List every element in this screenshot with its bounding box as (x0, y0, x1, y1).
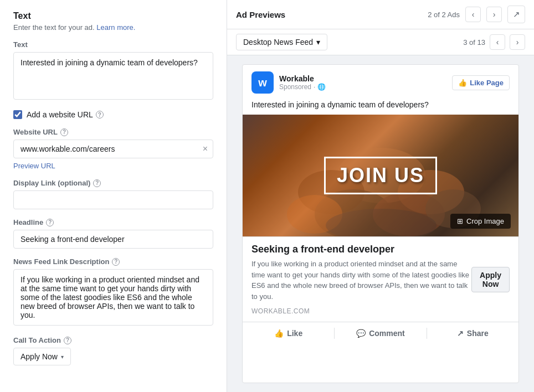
ad-headline: Seeking a front-end developer (251, 244, 471, 255)
ad-header: w Workable Sponsored · 🌐 👍 Like Page (243, 65, 518, 100)
crop-icon: ⊞ (457, 217, 463, 225)
section-title: Text (13, 11, 213, 21)
website-url-info-icon: ? (60, 128, 68, 136)
join-us-box: JOIN US (324, 157, 437, 194)
crop-image-button[interactable]: ⊞ Crop Image (450, 214, 511, 229)
ad-name-row: Workable Sponsored · 🌐 (279, 74, 326, 91)
cta-label: Call To Action ? (13, 336, 213, 344)
ad-image-wrap: JOIN US ⊞ Crop Image (243, 115, 518, 236)
website-url-label: Website URL ? (13, 128, 213, 136)
learn-more-link[interactable]: Learn more. (96, 23, 135, 32)
display-link-label: Display Link (optional) ? (13, 179, 213, 187)
placement-chevron-icon: ▾ (316, 38, 320, 47)
meta-dot: · (314, 83, 315, 91)
display-link-info-icon: ? (93, 179, 101, 187)
cta-value: Apply Now (20, 352, 58, 361)
headline-label: Headline ? (13, 218, 213, 226)
share-button[interactable]: ↗ Share (427, 324, 518, 342)
preview-url-link[interactable]: Preview URL (13, 162, 55, 170)
globe-icon: 🌐 (317, 83, 326, 91)
ad-name: Workable (279, 74, 326, 83)
prev-ad-button[interactable]: ‹ (465, 7, 481, 22)
headline-group: Headline ? (13, 218, 213, 249)
ad-text: Interested in joining a dynamic team of … (243, 100, 518, 115)
news-feed-desc-group: News Feed Link Description ? If you like… (13, 257, 213, 327)
cta-info-icon: ? (64, 337, 71, 344)
like-page-button[interactable]: 👍 Like Page (452, 75, 510, 90)
website-url-input[interactable] (13, 140, 213, 158)
header-right: 2 of 2 Ads ‹ › ↗ (428, 6, 525, 23)
left-panel: Text Enter the text for your ad. Learn m… (0, 0, 227, 392)
like-page-label: Like Page (470, 79, 504, 87)
cta-group: Call To Action ? Apply Now ▾ (13, 336, 213, 365)
subtitle-text: Enter the text for your ad. (13, 23, 96, 32)
right-panel: Ad Previews 2 of 2 Ads ‹ › ↗ Desktop New… (227, 0, 534, 392)
headline-info-icon: ? (46, 219, 54, 226)
display-link-input[interactable] (13, 190, 213, 209)
next-page-button[interactable]: › (510, 34, 525, 50)
open-external-button[interactable]: ↗ (507, 6, 525, 23)
share-label: Share (467, 329, 489, 338)
text-label: Text (13, 40, 213, 49)
ad-meta: Sponsored · 🌐 (279, 83, 326, 91)
news-feed-info-icon: ? (112, 258, 120, 266)
like-page-thumb-icon: 👍 (458, 79, 467, 87)
prev-page-button[interactable]: ‹ (490, 34, 505, 50)
placement-label: Desktop News Feed (243, 38, 313, 47)
avatar: w (251, 71, 274, 94)
website-url-group: Website URL ? × Preview URL (13, 128, 213, 170)
ad-actions: 👍 Like 💬 Comment ↗ Share (243, 322, 518, 344)
add-website-url-row: Add a website URL ? (13, 110, 213, 119)
add-url-info-icon: ? (96, 111, 104, 118)
display-link-group: Display Link (optional) ? (13, 179, 213, 209)
cta-chevron-icon: ▾ (61, 354, 64, 360)
text-textarea[interactable]: Interested in joining a dynamic team of … (13, 52, 213, 100)
join-us-text: JOIN US (337, 164, 424, 187)
news-feed-desc-textarea[interactable]: If you like working in a product oriente… (13, 269, 213, 326)
like-icon: 👍 (274, 329, 284, 338)
ad-domain: WORKABLE.COM (251, 307, 471, 315)
like-button[interactable]: 👍 Like (243, 324, 334, 342)
next-ad-button[interactable]: › (486, 7, 502, 22)
page-count: 3 of 13 (463, 38, 485, 47)
crop-image-label: Crop Image (466, 217, 504, 225)
website-url-input-wrap: × (13, 140, 213, 158)
cta-dropdown-button[interactable]: Apply Now ▾ (13, 348, 71, 365)
preview-area: w Workable Sponsored · 🌐 👍 Like Page (227, 55, 534, 392)
headline-input[interactable] (13, 230, 213, 249)
add-website-url-checkbox[interactable] (13, 110, 22, 119)
preview-controls: Desktop News Feed ▾ 3 of 13 ‹ › (227, 29, 534, 55)
apply-now-button[interactable]: Apply Now (471, 267, 510, 292)
ad-previews-title: Ad Previews (236, 10, 285, 19)
placement-dropdown-button[interactable]: Desktop News Feed ▾ (236, 34, 327, 50)
ad-card: w Workable Sponsored · 🌐 👍 Like Page (242, 64, 519, 383)
like-label: Like (287, 329, 302, 338)
ad-text-block: Seeking a front-end developer If you lik… (251, 244, 471, 315)
clear-url-button[interactable]: × (203, 145, 208, 153)
section-subtitle: Enter the text for your ad. Learn more. (13, 23, 213, 32)
ad-previews-header: Ad Previews 2 of 2 Ads ‹ › ↗ (227, 0, 534, 29)
comment-icon: 💬 (356, 329, 366, 338)
share-icon: ↗ (457, 329, 464, 338)
ad-count: 2 of 2 Ads (428, 11, 460, 19)
ad-identity: w Workable Sponsored · 🌐 (251, 71, 326, 94)
news-feed-desc-label: News Feed Link Description ? (13, 257, 213, 266)
ad-content: Seeking a front-end developer If you lik… (243, 236, 518, 322)
add-website-url-label: Add a website URL ? (27, 110, 104, 119)
text-field-group: Text Interested in joining a dynamic tea… (13, 40, 213, 101)
ad-description: If you like working in a product oriente… (251, 259, 471, 302)
comment-button[interactable]: 💬 Comment (335, 324, 426, 342)
page-nav: 3 of 13 ‹ › (463, 34, 525, 50)
ad-domain-cta-row: Seeking a front-end developer If you lik… (251, 244, 510, 315)
sponsored-label: Sponsored (279, 83, 311, 91)
comment-label: Comment (369, 329, 405, 338)
